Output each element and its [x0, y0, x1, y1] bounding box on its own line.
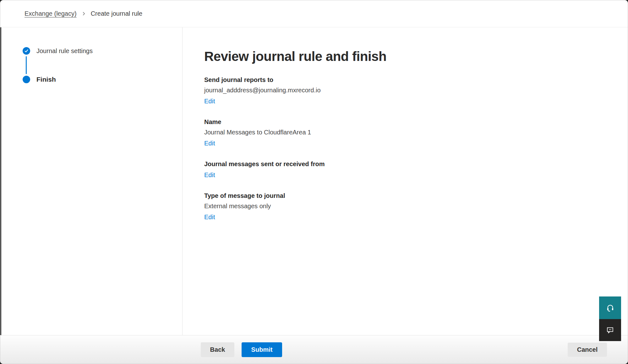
breadcrumb-current-page: Create journal rule — [91, 10, 143, 17]
edit-send-reports-link[interactable]: Edit — [204, 96, 215, 106]
footer-primary-group: Back Submit — [201, 342, 282, 357]
section-send-journal-reports-to: Send journal reports to journal_adddress… — [204, 75, 615, 106]
section-message-type: Type of message to journal External mess… — [204, 191, 615, 222]
section-journal-messages-from: Journal messages sent or received from E… — [204, 159, 615, 180]
message-type-value: External messages only — [204, 201, 615, 211]
chevron-right-icon — [82, 12, 86, 16]
edit-message-type-link[interactable]: Edit — [204, 212, 215, 222]
step-finish[interactable]: Finish — [23, 76, 182, 83]
review-panel: Review journal rule and finish Send jour… — [183, 27, 628, 335]
feedback-icon — [606, 326, 614, 334]
section-label: Send journal reports to — [204, 75, 615, 84]
help-button[interactable] — [599, 296, 621, 319]
step-journal-rule-settings[interactable]: Journal rule settings — [23, 47, 182, 55]
page-title: Review journal rule and finish — [204, 48, 615, 65]
section-name: Name Journal Messages to CloudflareArea … — [204, 117, 615, 148]
edit-name-link[interactable]: Edit — [204, 139, 215, 148]
step-label: Journal rule settings — [36, 47, 93, 55]
content-area: Journal rule settings Finish Review jour… — [0, 27, 628, 335]
headset-icon — [606, 304, 614, 312]
cancel-button[interactable]: Cancel — [568, 343, 607, 357]
edit-messages-from-link[interactable]: Edit — [204, 170, 215, 180]
submit-button[interactable]: Submit — [242, 342, 282, 357]
step-completed-check-icon — [23, 47, 30, 55]
section-label: Name — [204, 117, 615, 127]
breadcrumb: Exchange (legacy) Create journal rule — [25, 10, 142, 17]
section-label: Type of message to journal — [204, 191, 615, 200]
breadcrumb-exchange-legacy-link[interactable]: Exchange (legacy) — [25, 10, 77, 17]
header-bar: Exchange (legacy) Create journal rule — [0, 0, 628, 27]
back-button[interactable]: Back — [201, 342, 234, 357]
left-edge-divider — [0, 27, 1, 335]
create-journal-rule-wizard-window: Exchange (legacy) Create journal rule Jo… — [0, 0, 628, 364]
step-current-dot-icon — [23, 76, 30, 83]
feedback-button[interactable] — [599, 319, 621, 341]
journal-report-address-value: journal_adddress@journaling.mxrecord.io — [204, 85, 615, 95]
section-label: Journal messages sent or received from — [204, 159, 615, 169]
wizard-step-rail: Journal rule settings Finish — [0, 27, 183, 335]
step-connector-line — [26, 56, 27, 74]
footer-action-bar: Back Submit Cancel — [0, 335, 628, 364]
rule-name-value: Journal Messages to CloudflareArea 1 — [204, 128, 615, 137]
step-label: Finish — [36, 76, 56, 83]
